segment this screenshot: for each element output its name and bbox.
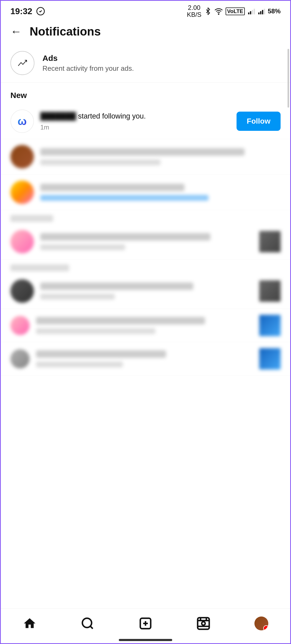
section-divider-2 <box>1 260 290 273</box>
svg-point-1 <box>218 14 219 14</box>
notification-thumb-7 <box>259 348 281 370</box>
back-button[interactable]: ← <box>10 25 22 38</box>
page-header: ← Notifications <box>1 19 290 44</box>
notification-text-line-2a <box>40 148 245 156</box>
svg-rect-4 <box>252 10 253 14</box>
avatar-2 <box>10 145 34 168</box>
follow-button[interactable]: Follow <box>237 112 281 131</box>
signal-icon-2 <box>258 7 265 15</box>
avatar-7 <box>10 349 30 368</box>
nav-search[interactable] <box>75 614 100 633</box>
notification-thumb-6 <box>259 315 281 336</box>
notification-text-6 <box>36 317 253 334</box>
wifi-icon <box>214 7 223 15</box>
notification-text-2 <box>40 148 281 165</box>
svg-rect-9 <box>264 9 265 14</box>
notification-text-line-4b <box>40 244 125 250</box>
bottom-nav <box>1 608 290 643</box>
notification-text-3 <box>40 184 281 201</box>
svg-rect-5 <box>254 9 255 14</box>
svg-rect-8 <box>262 10 263 14</box>
notification-item-4 <box>1 224 290 260</box>
notification-item-2 <box>1 139 290 175</box>
notification-text-line-5a <box>40 282 193 290</box>
svg-rect-6 <box>258 13 259 14</box>
ads-text-block: Ads Recent activity from your ads. <box>42 54 134 73</box>
new-section-label: New <box>1 83 290 104</box>
battery-level: 58% <box>268 7 281 15</box>
nav-home[interactable] <box>17 614 42 633</box>
notification-text-line-4a <box>40 233 210 241</box>
checkmark-icon <box>36 7 45 16</box>
svg-point-16 <box>202 622 205 625</box>
svg-line-11 <box>90 626 93 629</box>
avatar-3 <box>10 180 34 204</box>
notification-avatar[interactable]: ω <box>10 109 34 133</box>
signal-icon-1 <box>247 7 255 15</box>
volte-icon: VoLTE <box>226 7 245 15</box>
username: ███████ <box>40 112 76 120</box>
svg-rect-2 <box>248 13 249 14</box>
notification-item-7 <box>1 342 290 376</box>
notification-text-line-3b <box>40 195 209 201</box>
create-icon <box>139 616 152 630</box>
notification-item-5 <box>1 273 290 309</box>
svg-rect-15 <box>198 618 209 629</box>
search-icon <box>81 616 95 630</box>
notification-time: 1m <box>40 124 230 131</box>
notification-item-3 <box>1 175 290 210</box>
fade-overlay <box>1 555 290 608</box>
scrollbar[interactable] <box>288 49 289 108</box>
ads-title: Ads <box>42 54 134 63</box>
notification-text-5 <box>40 282 253 300</box>
svg-point-10 <box>82 618 92 627</box>
section-divider-1 <box>1 210 290 224</box>
section-divider-label-1 <box>10 215 53 222</box>
notification-text-line-6b <box>36 328 155 334</box>
notification-text-7 <box>36 350 253 367</box>
speed-label: 2.00KB/S <box>187 4 202 18</box>
profile-avatar <box>254 616 268 630</box>
notification-item-6 <box>1 309 290 342</box>
home-indicator <box>119 639 172 641</box>
notification-message: ███████ started following you. <box>40 111 230 121</box>
reels-icon <box>196 616 210 630</box>
svg-rect-3 <box>250 11 251 14</box>
status-time: 19:32 <box>10 6 32 16</box>
notification-text-line-3a <box>40 184 184 191</box>
action-text: started following you. <box>78 112 146 120</box>
notification-text-line-5b <box>40 294 115 300</box>
notification-text: ███████ started following you. 1m <box>40 111 230 131</box>
avatar-5 <box>10 279 34 303</box>
status-icons: 2.00KB/S VoLTE 58% <box>187 4 281 18</box>
w-icon: ω <box>18 115 27 127</box>
notification-thumb-5 <box>259 280 281 302</box>
avatar-6 <box>10 316 30 335</box>
page-title: Notifications <box>30 25 101 38</box>
ads-section[interactable]: Ads Recent activity from your ads. <box>1 44 290 83</box>
avatar-4 <box>10 230 34 253</box>
notification-text-line-2b <box>40 159 160 165</box>
notification-text-line-7a <box>36 350 166 358</box>
bluetooth-icon <box>204 7 212 15</box>
nav-create[interactable] <box>133 614 158 633</box>
nav-profile[interactable] <box>249 614 274 633</box>
svg-rect-7 <box>260 11 261 14</box>
notification-text-4 <box>40 233 253 250</box>
follow-notification: ω ███████ started following you. 1m Foll… <box>1 104 290 139</box>
home-icon <box>23 616 37 630</box>
notification-thumb-4 <box>259 231 281 252</box>
ads-subtitle: Recent activity from your ads. <box>42 64 134 73</box>
status-bar: 19:32 2.00KB/S VoLTE 58% <box>1 1 290 19</box>
ads-icon <box>10 51 34 75</box>
nav-reels[interactable] <box>191 614 216 633</box>
notification-text-line-6a <box>36 317 205 324</box>
notification-text-line-7b <box>36 362 123 367</box>
section-divider-label-2 <box>10 264 69 271</box>
